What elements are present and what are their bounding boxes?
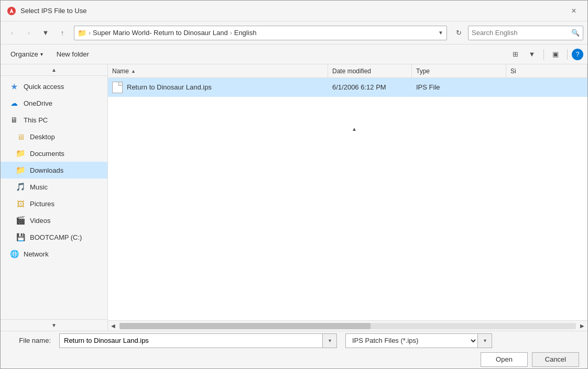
folder-icon: 📁 xyxy=(78,29,86,37)
up-button[interactable]: ↑ xyxy=(55,26,70,40)
search-icon: 🔍 xyxy=(571,29,580,37)
view-options-button[interactable]: ⊞ xyxy=(508,47,522,62)
sidebar-item-label: OneDrive xyxy=(24,99,52,107)
bootcamp-icon: 💾 xyxy=(15,232,26,242)
filetype-dropdown-icon: ▾ xyxy=(484,338,486,343)
address-bar[interactable]: 📁 › Super Mario World- Return to Dinosau… xyxy=(74,26,447,40)
close-button[interactable]: × xyxy=(567,4,581,18)
back-button[interactable]: ‹ xyxy=(5,26,19,40)
address-path-parent: Super Mario World- Return to Dinosaur La… xyxy=(93,29,228,37)
music-folder-icon: 🎵 xyxy=(15,182,26,192)
open-button[interactable]: Open xyxy=(481,352,528,367)
scroll-right-button[interactable]: ▶ xyxy=(577,321,587,331)
sidebar: ▲ ★ Quick access ☁ OneDrive 🖥 This PC xyxy=(1,64,108,331)
preview-pane-icon: ▣ xyxy=(552,50,559,58)
column-header-name[interactable]: Name ▲ xyxy=(108,64,328,77)
nav-bar: ‹ › ▼ ↑ 📁 › Super Mario World- Return to… xyxy=(1,21,587,44)
organize-dropdown-icon: ▾ xyxy=(40,51,43,57)
sidebar-item-label: Documents xyxy=(30,150,64,158)
file-cell-type: IPS File xyxy=(412,78,506,96)
sidebar-scroll-up[interactable]: ▲ xyxy=(1,64,107,76)
preview-pane-button[interactable]: ▣ xyxy=(548,47,563,62)
dialog: Select IPS File to Use × ‹ › ▼ ↑ 📁 › Sup… xyxy=(0,0,588,369)
view-dropdown-button[interactable]: ▼ xyxy=(525,47,539,62)
address-dropdown-icon[interactable]: ▼ xyxy=(438,30,443,36)
quick-access-icon: ★ xyxy=(9,81,19,92)
organize-label: Organize xyxy=(10,50,38,58)
scroll-thumb[interactable] xyxy=(119,323,371,329)
filename-input-wrap: ▾ xyxy=(59,333,337,348)
sidebar-item-label: Pictures xyxy=(30,200,55,208)
column-header-type[interactable]: Type xyxy=(412,64,506,77)
search-bar[interactable]: 🔍 xyxy=(468,26,583,40)
sidebar-item-label: Desktop xyxy=(30,133,55,141)
address-path-separator: › xyxy=(230,29,232,37)
sidebar-item-label: BOOTCAMP (C:) xyxy=(30,233,82,241)
forward-button[interactable]: › xyxy=(21,26,36,40)
refresh-icon: ↻ xyxy=(456,29,462,37)
sidebar-item-downloads[interactable]: 📁 Downloads xyxy=(1,162,107,178)
col-size-label: Si xyxy=(510,68,516,75)
sidebar-item-this-pc[interactable]: 🖥 This PC xyxy=(1,111,107,128)
videos-folder-icon: 🎬 xyxy=(15,215,26,226)
pc-icon: 🖥 xyxy=(9,115,19,125)
sidebar-item-network[interactable]: 🌐 Network xyxy=(1,245,107,262)
organize-button[interactable]: Organize ▾ xyxy=(5,47,49,62)
downloads-folder-icon: 📁 xyxy=(15,165,26,175)
table-row[interactable]: Return to Dinosaur Land.ips 6/1/2006 6:1… xyxy=(108,78,587,97)
sidebar-item-pictures[interactable]: 🖼 Pictures xyxy=(1,195,107,212)
documents-folder-icon: 📁 xyxy=(15,148,26,159)
view-chevron-icon: ▼ xyxy=(529,50,536,58)
address-path-current: English xyxy=(234,29,257,37)
scroll-track[interactable] xyxy=(119,323,576,329)
filename-label: File name: xyxy=(9,337,51,344)
sidebar-item-documents[interactable]: 📁 Documents xyxy=(1,145,107,162)
desktop-folder-icon: 🖥 xyxy=(15,131,26,142)
sidebar-item-videos[interactable]: 🎬 Videos xyxy=(1,212,107,229)
horizontal-scrollbar[interactable]: ◀ ▶ xyxy=(108,320,587,331)
search-input[interactable] xyxy=(472,29,571,37)
main-content: ▲ ★ Quick access ☁ OneDrive 🖥 This PC xyxy=(1,64,587,331)
refresh-button[interactable]: ↻ xyxy=(451,26,466,40)
sidebar-item-label: Videos xyxy=(30,217,51,225)
file-icon xyxy=(112,82,123,93)
col-name-label: Name xyxy=(112,68,129,75)
scroll-up-indicator[interactable]: ▲ xyxy=(352,126,357,132)
app-icon xyxy=(7,6,16,16)
action-row: Open Cancel xyxy=(9,352,579,367)
help-button[interactable]: ? xyxy=(572,49,583,60)
new-folder-label: New folder xyxy=(57,50,89,58)
address-separator: › xyxy=(89,29,91,37)
file-list[interactable]: Return to Dinosaur Land.ips 6/1/2006 6:1… xyxy=(108,78,587,320)
sidebar-item-music[interactable]: 🎵 Music xyxy=(1,178,107,195)
sidebar-item-quick-access[interactable]: ★ Quick access xyxy=(1,78,107,95)
new-folder-button[interactable]: New folder xyxy=(51,47,95,62)
scroll-left-button[interactable]: ◀ xyxy=(108,321,118,331)
onedrive-icon: ☁ xyxy=(9,98,19,108)
sidebar-scroll-down[interactable]: ▼ xyxy=(1,319,107,331)
filetype-dropdown-button[interactable]: ▾ xyxy=(477,333,492,348)
file-cell-name: Return to Dinosaur Land.ips xyxy=(108,78,328,96)
filename-dropdown-button[interactable]: ▾ xyxy=(322,333,337,348)
filetype-select[interactable]: IPS Patch Files (*.ips) xyxy=(345,333,477,348)
sidebar-item-label: Quick access xyxy=(24,83,64,91)
filename-row: File name: ▾ IPS Patch Files (*.ips) ▾ xyxy=(9,333,579,348)
file-cell-size xyxy=(506,78,587,96)
sidebar-item-onedrive[interactable]: ☁ OneDrive xyxy=(1,95,107,111)
sidebar-item-label: Downloads xyxy=(30,166,63,174)
sidebar-items-container: ★ Quick access ☁ OneDrive 🖥 This PC 🖥 De… xyxy=(1,76,107,319)
toolbar: Organize ▾ New folder ⊞ ▼ ▣ ? xyxy=(1,44,587,64)
file-area: ▲ Name ▲ Date modified Type Si xyxy=(108,64,587,331)
sidebar-item-desktop[interactable]: 🖥 Desktop xyxy=(1,128,107,145)
column-header-date[interactable]: Date modified xyxy=(328,64,412,77)
filename-input[interactable] xyxy=(59,333,322,348)
nav-dropdown-button[interactable]: ▼ xyxy=(38,26,53,40)
cancel-button[interactable]: Cancel xyxy=(532,352,579,367)
sidebar-item-bootcamp[interactable]: 💾 BOOTCAMP (C:) xyxy=(1,229,107,245)
col-date-label: Date modified xyxy=(332,68,371,75)
dialog-title: Select IPS File to Use xyxy=(20,7,567,15)
col-type-label: Type xyxy=(416,68,430,75)
column-header-size[interactable]: Si xyxy=(506,64,587,77)
filename-dropdown-icon: ▾ xyxy=(329,338,331,343)
network-icon: 🌐 xyxy=(9,249,19,259)
